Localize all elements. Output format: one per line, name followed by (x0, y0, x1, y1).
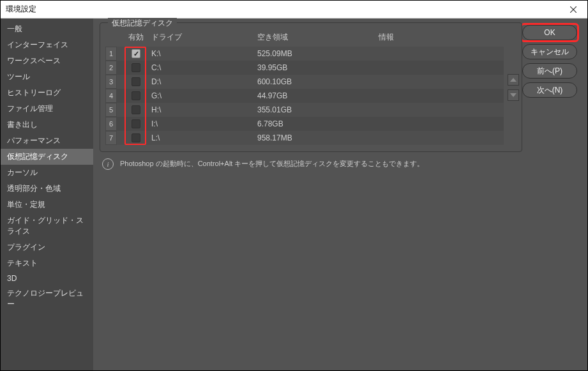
free-cell: 355.01GB (257, 105, 379, 114)
disk-table: 有効 ドライブ 空き領域 情報 1K:\525.09MB2C:\39.95GB3… (105, 29, 504, 145)
sidebar-item[interactable]: インターフェイス (1, 37, 93, 53)
cancel-button[interactable]: キャンセル (522, 44, 577, 59)
table-row[interactable]: 1K:\525.09MB (105, 47, 504, 61)
prev-button[interactable]: 前へ(P) (522, 63, 577, 79)
sidebar: 一般インターフェイスワークスペースツールヒストリーログファイル管理書き出しパフォ… (1, 19, 93, 370)
row-number: 6 (105, 117, 117, 131)
free-cell: 525.09MB (257, 49, 379, 58)
active-checkbox[interactable] (132, 63, 140, 72)
sidebar-item[interactable]: パフォーマンス (1, 133, 93, 149)
sidebar-item[interactable]: ファイル管理 (1, 101, 93, 117)
ok-button[interactable]: OK (522, 25, 577, 40)
active-checkbox[interactable] (132, 49, 140, 58)
header-info: 情報 (379, 32, 504, 43)
info-text: Photoshop の起動時に、Control+Alt キーを押して仮想記憶ディ… (120, 158, 424, 169)
sidebar-item[interactable]: 透明部分・色域 (1, 181, 93, 197)
active-checkbox[interactable] (132, 133, 140, 142)
active-checkbox[interactable] (132, 91, 140, 100)
move-up-button[interactable] (508, 74, 519, 86)
table-row[interactable]: 7L:\958.17MB (105, 131, 504, 145)
window-title: 環境設定 (6, 4, 36, 15)
row-number: 7 (105, 131, 117, 145)
sidebar-item[interactable]: カーソル (1, 165, 93, 181)
sidebar-item[interactable]: 仮想記憶ディスク (1, 149, 93, 165)
sidebar-item[interactable]: ガイド・グリッド・スライス (1, 213, 93, 239)
scratch-disk-panel: 仮想記憶ディスク 有効 ドライブ 空き領域 情報 1K:\525.09MB2C:… (100, 22, 522, 152)
table-row[interactable]: 2C:\39.95GB (105, 61, 504, 75)
table-row[interactable]: 6I:\6.78GB (105, 117, 504, 131)
row-number: 2 (105, 61, 117, 75)
drive-cell: D:\ (149, 77, 257, 86)
free-cell: 6.78GB (257, 119, 379, 128)
row-number: 5 (105, 103, 117, 117)
sidebar-item[interactable]: ツール (1, 69, 93, 85)
drive-cell: L:\ (149, 133, 257, 142)
sidebar-item[interactable]: テキスト (1, 255, 93, 271)
free-cell: 600.10GB (257, 77, 379, 86)
sidebar-item[interactable]: 書き出し (1, 117, 93, 133)
table-header: 有効 ドライブ 空き領域 情報 (105, 29, 504, 47)
table-row[interactable]: 3D:\600.10GB (105, 75, 504, 89)
drive-cell: H:\ (149, 105, 257, 114)
sidebar-item[interactable]: ワークスペース (1, 53, 93, 69)
row-number: 4 (105, 89, 117, 103)
sidebar-item[interactable]: 3D (1, 271, 93, 285)
sidebar-item[interactable]: 単位・定規 (1, 197, 93, 213)
close-icon (570, 6, 577, 13)
drive-cell: G:\ (149, 91, 257, 100)
reorder-arrows (508, 74, 519, 101)
header-free: 空き領域 (257, 32, 379, 43)
dialog-buttons: OK キャンセル 前へ(P) 次へ(N) (522, 22, 581, 364)
active-checkbox[interactable] (132, 105, 140, 114)
free-cell: 958.17MB (257, 133, 379, 142)
table-row[interactable]: 5H:\355.01GB (105, 103, 504, 117)
sidebar-item[interactable]: ヒストリーログ (1, 85, 93, 101)
sidebar-item[interactable]: 一般 (1, 21, 93, 37)
header-drive: ドライブ (149, 32, 257, 43)
titlebar: 環境設定 (1, 1, 587, 19)
row-number: 1 (105, 47, 117, 61)
next-button[interactable]: 次へ(N) (522, 82, 577, 98)
row-number: 3 (105, 75, 117, 89)
active-checkbox[interactable] (132, 119, 140, 128)
drive-cell: I:\ (149, 119, 257, 128)
drive-cell: K:\ (149, 49, 257, 58)
active-checkbox[interactable] (132, 77, 140, 86)
header-active: 有効 (123, 32, 149, 43)
free-cell: 39.95GB (257, 63, 379, 72)
close-button[interactable] (559, 1, 587, 19)
move-down-button[interactable] (508, 89, 519, 101)
free-cell: 44.97GB (257, 91, 379, 100)
info-row: i Photoshop の起動時に、Control+Alt キーを押して仮想記憶… (100, 158, 522, 170)
table-row[interactable]: 4G:\44.97GB (105, 89, 504, 103)
highlight-ok: OK (522, 25, 577, 40)
info-icon: i (102, 158, 114, 170)
panel-title: 仮想記憶ディスク (108, 18, 177, 29)
sidebar-item[interactable]: テクノロジープレビュー (1, 285, 93, 312)
drive-cell: C:\ (149, 63, 257, 72)
sidebar-item[interactable]: プラグイン (1, 239, 93, 255)
